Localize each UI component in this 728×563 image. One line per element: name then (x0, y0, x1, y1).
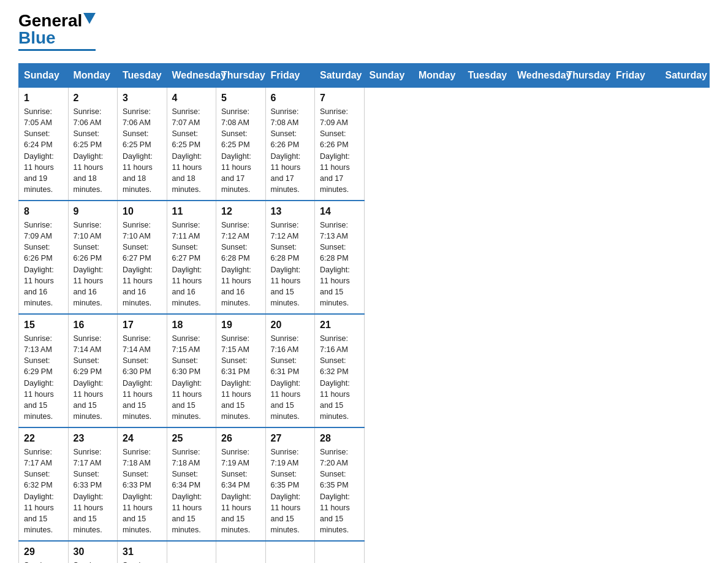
day-number: 7 (320, 93, 359, 104)
column-header-saturday: Saturday (315, 64, 365, 88)
calendar-cell (167, 541, 216, 563)
day-info: Sunrise: 7:10 AMSunset: 6:27 PMDaylight:… (123, 221, 153, 307)
day-number: 15 (24, 320, 63, 331)
day-number: 10 (123, 206, 162, 217)
calendar-cell (265, 541, 315, 563)
day-number: 22 (24, 433, 63, 444)
day-info: Sunrise: 7:12 AMSunset: 6:28 PMDaylight:… (271, 221, 301, 307)
logo-general-text: General (18, 12, 82, 29)
calendar-cell: 14 Sunrise: 7:13 AMSunset: 6:28 PMDaylig… (315, 201, 365, 314)
calendar-cell: 9 Sunrise: 7:10 AMSunset: 6:26 PMDayligh… (68, 201, 118, 314)
day-info: Sunrise: 7:15 AMSunset: 6:30 PMDaylight:… (172, 334, 202, 421)
calendar-cell: 10 Sunrise: 7:10 AMSunset: 6:27 PMDaylig… (118, 201, 167, 314)
calendar-cell: 24 Sunrise: 7:18 AMSunset: 6:33 PMDaylig… (118, 427, 167, 541)
calendar-cell: 12 Sunrise: 7:12 AMSunset: 6:28 PMDaylig… (216, 201, 266, 314)
column-header-sunday: Sunday (364, 64, 414, 88)
calendar-week-3: 15 Sunrise: 7:13 AMSunset: 6:29 PMDaylig… (19, 314, 710, 427)
day-number: 8 (24, 206, 63, 217)
day-info: Sunrise: 7:09 AMSunset: 6:26 PMDaylight:… (320, 107, 350, 194)
calendar-cell: 15 Sunrise: 7:13 AMSunset: 6:29 PMDaylig… (19, 314, 69, 427)
calendar-cell: 1 Sunrise: 7:05 AMSunset: 6:24 PMDayligh… (19, 88, 69, 201)
day-number: 26 (221, 433, 260, 444)
day-info: Sunrise: 7:05 AMSunset: 6:24 PMDaylight:… (24, 107, 54, 194)
day-info: Sunrise: 7:07 AMSunset: 6:25 PMDaylight:… (172, 107, 202, 194)
day-info: Sunrise: 7:12 AMSunset: 6:28 PMDaylight:… (221, 221, 251, 307)
column-header-friday: Friday (611, 64, 661, 88)
calendar-cell: 18 Sunrise: 7:15 AMSunset: 6:30 PMDaylig… (167, 314, 216, 427)
column-header-wednesday: Wednesday (167, 64, 216, 88)
day-number: 21 (320, 320, 359, 331)
day-number: 29 (24, 546, 63, 557)
column-header-tuesday: Tuesday (463, 64, 512, 88)
calendar-cell: 29 Sunrise: 7:20 AMSunset: 6:36 PMDaylig… (19, 541, 69, 563)
day-info: Sunrise: 7:17 AMSunset: 6:33 PMDaylight:… (74, 448, 104, 534)
day-info: Sunrise: 7:13 AMSunset: 6:29 PMDaylight:… (24, 334, 54, 421)
day-number: 24 (123, 433, 162, 444)
calendar-cell: 31 Sunrise: 7:21 AMSunset: 6:37 PMDaylig… (118, 541, 167, 563)
day-info: Sunrise: 7:11 AMSunset: 6:27 PMDaylight:… (172, 221, 202, 307)
day-info: Sunrise: 7:18 AMSunset: 6:34 PMDaylight:… (172, 448, 202, 534)
column-header-sunday: Sunday (19, 64, 69, 88)
day-number: 2 (74, 93, 113, 104)
day-number: 18 (172, 320, 211, 331)
calendar-cell: 2 Sunrise: 7:06 AMSunset: 6:25 PMDayligh… (68, 88, 118, 201)
day-number: 5 (221, 93, 260, 104)
calendar-cell: 19 Sunrise: 7:15 AMSunset: 6:31 PMDaylig… (216, 314, 266, 427)
day-number: 28 (320, 433, 359, 444)
day-info: Sunrise: 7:20 AMSunset: 6:35 PMDaylight:… (320, 448, 350, 534)
day-info: Sunrise: 7:14 AMSunset: 6:30 PMDaylight:… (123, 334, 153, 421)
day-info: Sunrise: 7:16 AMSunset: 6:31 PMDaylight:… (271, 334, 301, 421)
calendar-header-row: SundayMondayTuesdayWednesdayThursdayFrid… (19, 64, 710, 88)
day-number: 6 (271, 93, 310, 104)
day-number: 25 (172, 433, 211, 444)
calendar-cell: 23 Sunrise: 7:17 AMSunset: 6:33 PMDaylig… (68, 427, 118, 541)
column-header-saturday: Saturday (660, 64, 710, 88)
day-info: Sunrise: 7:19 AMSunset: 6:35 PMDaylight:… (271, 448, 301, 534)
day-number: 19 (221, 320, 260, 331)
calendar-cell: 27 Sunrise: 7:19 AMSunset: 6:35 PMDaylig… (265, 427, 315, 541)
calendar-cell: 25 Sunrise: 7:18 AMSunset: 6:34 PMDaylig… (167, 427, 216, 541)
day-info: Sunrise: 7:16 AMSunset: 6:32 PMDaylight:… (320, 334, 350, 421)
day-info: Sunrise: 7:18 AMSunset: 6:33 PMDaylight:… (123, 448, 153, 534)
calendar-cell: 17 Sunrise: 7:14 AMSunset: 6:30 PMDaylig… (118, 314, 167, 427)
day-info: Sunrise: 7:06 AMSunset: 6:25 PMDaylight:… (74, 107, 104, 194)
day-number: 12 (221, 206, 260, 217)
day-number: 30 (74, 546, 113, 557)
calendar-cell: 28 Sunrise: 7:20 AMSunset: 6:35 PMDaylig… (315, 427, 365, 541)
day-number: 31 (123, 546, 162, 557)
calendar-cell: 20 Sunrise: 7:16 AMSunset: 6:31 PMDaylig… (265, 314, 315, 427)
day-number: 14 (320, 206, 359, 217)
column-header-tuesday: Tuesday (118, 64, 167, 88)
logo-blue-text: Blue (18, 29, 56, 47)
logo-underline (18, 49, 96, 51)
calendar-cell: 30 Sunrise: 7:20 AMSunset: 6:36 PMDaylig… (68, 541, 118, 563)
column-header-monday: Monday (68, 64, 118, 88)
day-number: 27 (271, 433, 310, 444)
calendar-cell: 4 Sunrise: 7:07 AMSunset: 6:25 PMDayligh… (167, 88, 216, 201)
day-info: Sunrise: 7:15 AMSunset: 6:31 PMDaylight:… (221, 334, 251, 421)
calendar-week-5: 29 Sunrise: 7:20 AMSunset: 6:36 PMDaylig… (19, 541, 710, 563)
calendar-cell: 16 Sunrise: 7:14 AMSunset: 6:29 PMDaylig… (68, 314, 118, 427)
day-number: 1 (24, 93, 63, 104)
day-info: Sunrise: 7:10 AMSunset: 6:26 PMDaylight:… (74, 221, 104, 307)
calendar-cell: 3 Sunrise: 7:06 AMSunset: 6:25 PMDayligh… (118, 88, 167, 201)
day-info: Sunrise: 7:08 AMSunset: 6:26 PMDaylight:… (271, 107, 301, 194)
calendar-cell: 11 Sunrise: 7:11 AMSunset: 6:27 PMDaylig… (167, 201, 216, 314)
calendar-cell: 7 Sunrise: 7:09 AMSunset: 6:26 PMDayligh… (315, 88, 365, 201)
day-info: Sunrise: 7:13 AMSunset: 6:28 PMDaylight:… (320, 221, 350, 307)
day-info: Sunrise: 7:08 AMSunset: 6:25 PMDaylight:… (221, 107, 251, 194)
calendar-cell: 26 Sunrise: 7:19 AMSunset: 6:34 PMDaylig… (216, 427, 266, 541)
day-number: 11 (172, 206, 211, 217)
column-header-monday: Monday (414, 64, 463, 88)
day-info: Sunrise: 7:19 AMSunset: 6:34 PMDaylight:… (221, 448, 251, 534)
day-number: 16 (74, 320, 113, 331)
day-number: 23 (74, 433, 113, 444)
logo: General Blue (18, 12, 96, 51)
calendar-cell (216, 541, 266, 563)
column-header-thursday: Thursday (216, 64, 266, 88)
day-number: 20 (271, 320, 310, 331)
day-info: Sunrise: 7:06 AMSunset: 6:25 PMDaylight:… (123, 107, 153, 194)
day-number: 13 (271, 206, 310, 217)
calendar-table: SundayMondayTuesdayWednesdayThursdayFrid… (18, 63, 710, 563)
day-info: Sunrise: 7:09 AMSunset: 6:26 PMDaylight:… (24, 221, 54, 307)
